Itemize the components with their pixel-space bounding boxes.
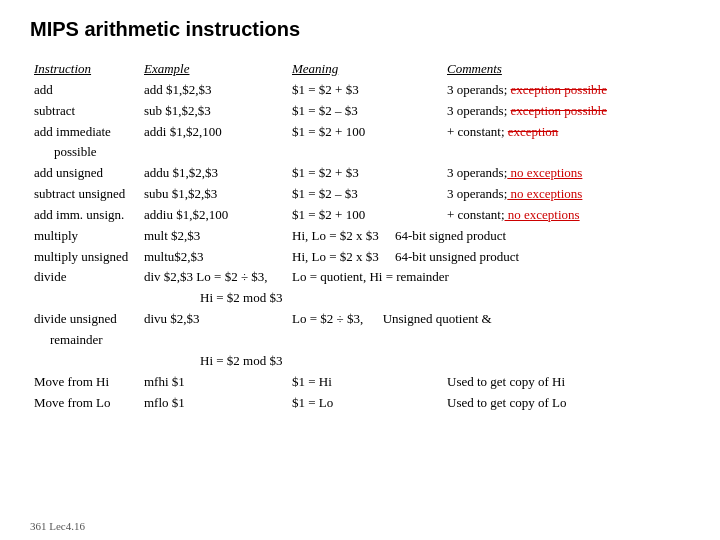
- header-meaning: Meaning: [288, 59, 443, 80]
- page-title: MIPS arithmetic instructions: [30, 18, 690, 41]
- table-row: multiply mult $2,$3 Hi, Lo = $2 x $3 64-…: [30, 226, 690, 247]
- table-row: add unsigned addu $1,$2,$3 $1 = $2 + $3 …: [30, 163, 690, 184]
- mean-cell: $1 = $2 – $3: [288, 101, 443, 122]
- slide-number: 361 Lec4.16: [30, 520, 85, 532]
- inst-cell: add immediate: [30, 122, 140, 143]
- ex-cell: sub $1,$2,$3: [140, 101, 288, 122]
- com-cell: + constant; no exceptions: [443, 205, 690, 226]
- ex-cell: subu $1,$2,$3: [140, 184, 288, 205]
- table-row: add add $1,$2,$3 $1 = $2 + $3 3 operands…: [30, 80, 690, 101]
- inst-cell: add: [30, 80, 140, 101]
- mean-cell: $1 = $2 + 100: [288, 205, 443, 226]
- table-row: remainder: [30, 330, 690, 351]
- ex-cell: [140, 142, 288, 163]
- mean-cell: $1 = $2 + $3: [288, 80, 443, 101]
- table-row: Hi = $2 mod $3: [30, 288, 690, 309]
- table-row: add imm. unsign. addiu $1,$2,100 $1 = $2…: [30, 205, 690, 226]
- inst-cell: subtract unsigned: [30, 184, 140, 205]
- header-example: Example: [140, 59, 288, 80]
- inst-cell: possible: [30, 142, 140, 163]
- mean-cell: $1 = $2 + 100: [288, 122, 443, 143]
- table-row: divide unsigned divu $2,$3 Lo = $2 ÷ $3,…: [30, 309, 690, 330]
- mean-cell: [288, 142, 443, 163]
- table-row: divide div $2,$3 Lo = $2 ÷ $3, Lo = quot…: [30, 267, 690, 288]
- ex-cell: addi $1,$2,100: [140, 122, 288, 143]
- inst-cell: subtract: [30, 101, 140, 122]
- ex-cell: add $1,$2,$3: [140, 80, 288, 101]
- table-row: Hi = $2 mod $3: [30, 351, 690, 372]
- table-row: Move from Hi mfhi $1 $1 = Hi Used to get…: [30, 372, 690, 393]
- com-cell: 3 operands; exception possible: [443, 80, 690, 101]
- header-comments: Comments: [443, 59, 690, 80]
- com-cell: 3 operands; exception possible: [443, 101, 690, 122]
- mean-cell: $1 = $2 – $3: [288, 184, 443, 205]
- table-row: multiply unsigned multu$2,$3 Hi, Lo = $2…: [30, 247, 690, 268]
- table-row: subtract unsigned subu $1,$2,$3 $1 = $2 …: [30, 184, 690, 205]
- ex-cell: addu $1,$2,$3: [140, 163, 288, 184]
- table-row: Move from Lo mflo $1 $1 = Lo Used to get…: [30, 393, 690, 414]
- com-cell: 3 operands; no exceptions: [443, 184, 690, 205]
- table-row: subtract sub $1,$2,$3 $1 = $2 – $3 3 ope…: [30, 101, 690, 122]
- com-cell: + constant; exception: [443, 122, 690, 143]
- mean-cell: $1 = $2 + $3: [288, 163, 443, 184]
- table-row: possible: [30, 142, 690, 163]
- table-row: add immediate addi $1,$2,100 $1 = $2 + 1…: [30, 122, 690, 143]
- inst-cell: add unsigned: [30, 163, 140, 184]
- ex-cell: addiu $1,$2,100: [140, 205, 288, 226]
- inst-cell: add imm. unsign.: [30, 205, 140, 226]
- header-instruction: Instruction: [30, 59, 140, 80]
- instructions-table: Instruction Example Meaning Comments add…: [30, 59, 690, 413]
- com-cell: [443, 142, 690, 163]
- com-cell: 3 operands; no exceptions: [443, 163, 690, 184]
